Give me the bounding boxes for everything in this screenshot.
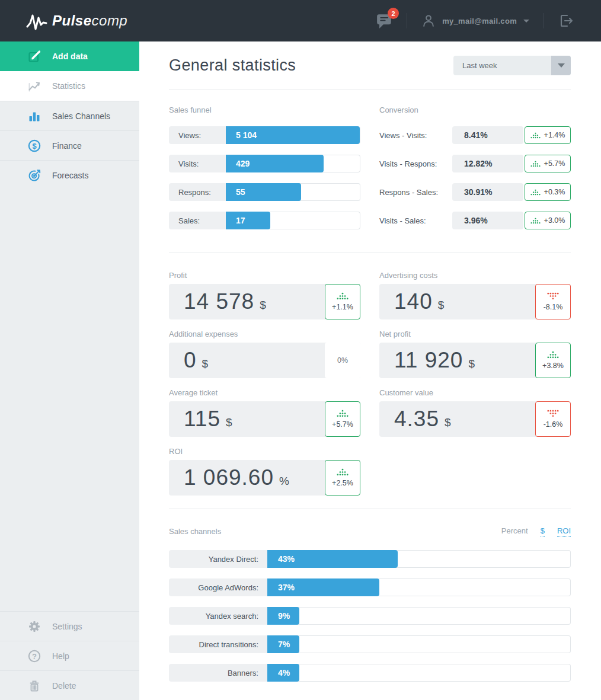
kpi-unit: $: [438, 299, 445, 312]
channel-bar-value: 37%: [278, 583, 295, 592]
kpi-change-value: -8.1%: [544, 303, 563, 311]
logout-button[interactable]: [558, 13, 574, 28]
sidebar-item-label: Help: [52, 651, 69, 661]
sidebar-item-help[interactable]: ? Help: [0, 641, 139, 670]
funnel-bar: 17: [226, 212, 270, 229]
funnel-bar-value: 55: [236, 187, 245, 197]
trend-down-dots-icon: [547, 292, 559, 300]
funnel-row-label: Views:: [169, 126, 226, 144]
trend-up-dots-icon: [547, 351, 559, 359]
kpi-value: 11 920: [394, 348, 463, 373]
user-menu[interactable]: my_mail@mail.com: [421, 14, 529, 28]
channels-mode-toggle[interactable]: ROI: [557, 526, 571, 537]
svg-text:?: ?: [32, 651, 37, 660]
conversion-row: Respons - Sales: 30.91% +0.3%: [379, 183, 571, 201]
period-select[interactable]: Last week: [453, 56, 571, 75]
channel-bar-track: 4%: [267, 664, 571, 682]
funnel-row-label: Visits:: [169, 155, 226, 172]
main-content: General statistics Last week Sales funne…: [139, 41, 601, 700]
funnel-bar-value: 5 104: [236, 130, 257, 140]
funnel-row-label: Respons:: [169, 183, 226, 201]
kpi-unit: $: [445, 416, 451, 429]
section-title: Sales channels: [169, 527, 221, 536]
channel-row-label: Banners:: [169, 664, 267, 682]
channel-row: Banners: 4%: [169, 664, 571, 682]
kpi-card-body: 4.35 $ -1.6%: [379, 401, 571, 437]
conversion-row-label: Views - Visits:: [379, 131, 452, 140]
sidebar-item-label: Add data: [52, 52, 88, 61]
sidebar-item-add-data[interactable]: Add data: [0, 41, 139, 71]
period-select-button[interactable]: [551, 56, 571, 75]
channel-bar: 7%: [267, 635, 299, 653]
kpi-value: 14 578: [184, 289, 254, 314]
sidebar-item-label: Sales Channels: [52, 111, 110, 121]
channel-rows: Yandex Direct: 43% Google AdWords: 37% Y…: [169, 550, 571, 682]
conversion-value: 3.96%: [452, 212, 523, 229]
title-row: General statistics Last week: [169, 41, 571, 90]
channel-bar: 43%: [267, 550, 398, 568]
funnel-bar-track: 55: [226, 183, 360, 201]
kpi-unit: $: [260, 299, 266, 312]
brand-name: Pulsecomp: [52, 12, 127, 29]
kpi-value: 4.35: [394, 407, 439, 431]
conversion-panel: Conversion Views - Visits: 8.41% +1.4% V…: [379, 106, 571, 229]
channel-row-label: Google AdWords:: [169, 578, 267, 596]
channel-row: Direct transitions: 7%: [169, 635, 571, 653]
sidebar-item-finance[interactable]: $ Finance: [0, 130, 139, 160]
kpi-change-value: +2.5%: [332, 479, 353, 487]
messages-button[interactable]: 2: [376, 13, 392, 28]
kpi-card-body: 11 920 $ +3.8%: [379, 343, 571, 378]
channel-bar-track: 9%: [267, 607, 571, 625]
conversion-change-badge: +0.3%: [525, 183, 571, 201]
notification-badge: 2: [388, 8, 399, 19]
sidebar-item-forecasts[interactable]: Forecasts: [0, 160, 139, 190]
channel-bar: 37%: [267, 578, 379, 596]
funnel-row: Sales: 17: [169, 212, 360, 229]
sidebar-item-label: Delete: [52, 681, 76, 691]
svg-text:$: $: [32, 141, 37, 150]
logout-icon: [558, 13, 574, 28]
sidebar-item-label: Settings: [52, 622, 82, 631]
channel-bar-track: 37%: [267, 578, 571, 596]
top-bar-right: 2 my_mail@mail.com: [376, 13, 574, 28]
kpi-change-value: +3.8%: [542, 362, 564, 370]
trend-up-dots-icon: [530, 132, 541, 139]
funnel-row-label: Sales:: [169, 212, 226, 229]
sidebar-item-sales-channels[interactable]: Sales Channels: [0, 101, 139, 130]
sidebar-item-label: Forecasts: [52, 171, 88, 180]
divider: [407, 13, 407, 28]
funnel-bar-track: 5 104: [226, 126, 360, 144]
divider: [544, 13, 544, 28]
funnel-bar: 55: [226, 183, 301, 201]
line-chart-icon: [27, 79, 41, 93]
channels-mode-toggle[interactable]: Percent: [501, 526, 528, 536]
conversion-change-badge: +5.7%: [525, 155, 571, 172]
kpi-label: Net profit: [379, 330, 571, 338]
channel-bar-track: 7%: [267, 635, 571, 653]
channel-row-label: Yandex search:: [169, 607, 267, 625]
kpi-cards-section: Profit 14 578 $ +1.1% Advertising costs: [169, 252, 571, 509]
conversion-row: Visits - Respons: 12.82% +5.7%: [379, 155, 571, 172]
sales-channels-section: Sales channels Percent $ ROI Yandex Dire…: [169, 509, 571, 682]
channels-mode-toggle[interactable]: $: [541, 526, 545, 537]
funnel-bar-value: 429: [236, 159, 250, 168]
conversion-row: Visits - Sales: 3.96% +3.0%: [379, 212, 571, 229]
conversion-row-label: Visits - Respons:: [379, 159, 452, 168]
channel-bar-value: 9%: [278, 611, 290, 621]
conversion-row-label: Visits - Sales:: [379, 216, 452, 225]
conversion-change-badge: +1.4%: [525, 126, 571, 144]
sidebar: Add data Statistics Sales Channels $ Fi: [0, 41, 139, 700]
funnel-row: Respons: 55: [169, 183, 360, 201]
sales-channels-header: Sales channels Percent $ ROI: [169, 526, 571, 537]
kpi-label: Advertising costs: [379, 271, 571, 280]
channel-bar-track: 43%: [267, 550, 571, 568]
chevron-down-icon: [523, 20, 529, 23]
sidebar-item-delete[interactable]: Delete: [0, 670, 139, 700]
sidebar-item-statistics[interactable]: Statistics: [0, 71, 139, 101]
kpi-value: 1 069.60: [184, 465, 274, 490]
sidebar-item-settings[interactable]: Settings: [0, 611, 139, 641]
period-select-value: Last week: [453, 61, 497, 70]
page-title: General statistics: [169, 56, 296, 75]
kpi-label: Average ticket: [169, 388, 360, 397]
kpi-label: Profit: [169, 271, 360, 280]
